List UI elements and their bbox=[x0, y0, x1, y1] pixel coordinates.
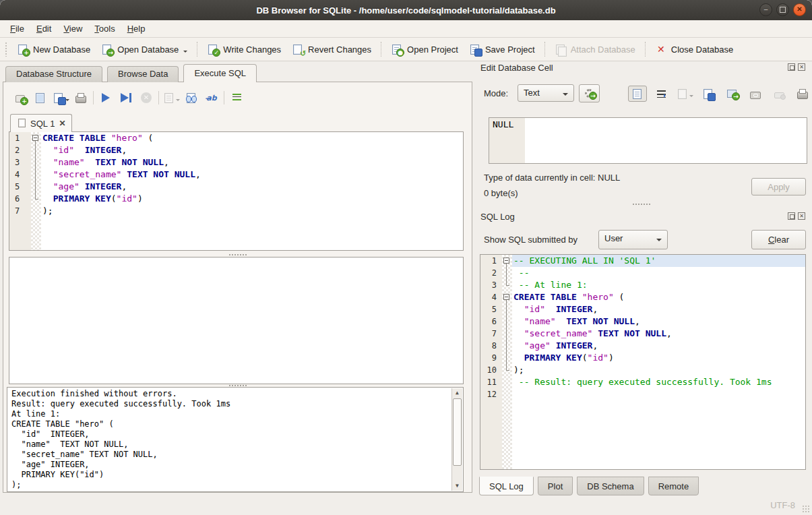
menu-file[interactable]: File bbox=[4, 22, 30, 36]
attach-database-label: Attach Database bbox=[571, 44, 635, 55]
execute-all-button[interactable] bbox=[96, 89, 116, 107]
stop-execution-button: ✕ bbox=[136, 89, 156, 107]
dock-tab-remote[interactable]: Remote bbox=[648, 477, 699, 495]
revert-changes-button[interactable]: ↺ Revert Changes bbox=[286, 41, 377, 58]
app-window: DB Browser for SQLite - /home/user/code/… bbox=[0, 0, 812, 515]
attach-database-icon bbox=[555, 44, 567, 55]
sql-log-view[interactable]: 1-- EXECUTING ALL IN 'SQL 1'2 --3 -- At … bbox=[480, 254, 806, 470]
print-cell-button[interactable] bbox=[793, 86, 812, 102]
maximize-button[interactable] bbox=[776, 3, 789, 16]
toolbar-separator bbox=[645, 42, 646, 57]
gear-arrow-icon: → bbox=[589, 92, 597, 100]
resize-grip[interactable] bbox=[802, 505, 810, 513]
menubar: File Edit View Tools Help bbox=[0, 20, 812, 38]
scrollbar-thumb[interactable] bbox=[453, 398, 462, 466]
new-database-icon: + bbox=[17, 44, 29, 55]
code-line: 6 "name" TEXT NOT NULL, bbox=[480, 315, 805, 328]
import-data-button bbox=[675, 86, 694, 102]
sql-log-filter-label: Show SQL submitted by bbox=[484, 235, 577, 245]
import-dropdown-caret bbox=[689, 95, 693, 99]
dock-tab-plot[interactable]: Plot bbox=[538, 477, 573, 495]
toolbar-drag-handle[interactable] bbox=[5, 42, 8, 57]
scroll-up-icon[interactable]: ▲ bbox=[452, 388, 462, 398]
close-panel-icon[interactable]: ✕ bbox=[798, 63, 805, 71]
cell-settings-button[interactable]: → bbox=[579, 84, 600, 102]
mode-label: Mode: bbox=[484, 88, 508, 98]
sql-log-dock-icons: ✕ bbox=[788, 212, 805, 220]
write-changes-button[interactable]: ✓ Write Changes bbox=[201, 41, 286, 58]
sql-toolbar: + ✕ a̶b bbox=[10, 88, 247, 107]
toolbar-separator bbox=[197, 42, 197, 57]
cell-mode-select[interactable]: Text bbox=[518, 84, 574, 102]
sql-file-tab[interactable]: SQL 1 ✕ bbox=[10, 114, 72, 132]
execution-message-log[interactable]: Execution finished without errors. Resul… bbox=[7, 387, 464, 492]
cell-editor-toolbar: → bbox=[628, 86, 812, 102]
close-database-button[interactable]: ✕ Close Database bbox=[650, 41, 739, 58]
window-title: DB Browser for SQLite - /home/user/code/… bbox=[256, 5, 555, 16]
open-database-button[interactable]: → Open Database bbox=[96, 41, 193, 58]
minimize-button[interactable]: – bbox=[759, 3, 772, 16]
find-icon bbox=[185, 92, 197, 104]
tab-database-structure[interactable]: Database Structure bbox=[5, 66, 102, 82]
word-wrap-button[interactable] bbox=[652, 86, 670, 102]
sql-toolbar-separator bbox=[224, 91, 224, 104]
open-database-label: Open Database bbox=[117, 44, 179, 55]
dock-tab-db-schema[interactable]: DB Schema bbox=[577, 477, 644, 495]
code-line: 7); bbox=[9, 205, 463, 217]
set-null-icon bbox=[774, 92, 784, 98]
main-tabbar: Database Structure Browse Data Execute S… bbox=[5, 64, 261, 82]
window-controls: – ✕ bbox=[759, 3, 806, 16]
sql-editor[interactable]: 1CREATE TABLE "hero" (2 "id" INTEGER,3 "… bbox=[9, 131, 464, 251]
execute-current-line-button[interactable] bbox=[116, 89, 136, 107]
sql-log-filter-select[interactable]: User bbox=[598, 230, 668, 249]
menu-tools[interactable]: Tools bbox=[88, 22, 121, 36]
code-line: 4 "secret_name" TEXT NOT NULL, bbox=[9, 169, 463, 181]
menu-view[interactable]: View bbox=[57, 22, 88, 36]
save-sql-file-button[interactable] bbox=[51, 89, 71, 107]
code-line: 1-- EXECUTING ALL IN 'SQL 1' bbox=[480, 255, 805, 267]
open-external-button[interactable]: → bbox=[722, 86, 741, 102]
scroll-down-icon[interactable]: ▼ bbox=[452, 481, 462, 491]
menu-help[interactable]: Help bbox=[121, 22, 152, 36]
text-mode-button[interactable] bbox=[628, 86, 647, 102]
clear-log-button[interactable]: Clear bbox=[751, 230, 806, 249]
export-data-button[interactable] bbox=[699, 86, 718, 102]
sql-tab-close-icon[interactable]: ✕ bbox=[59, 119, 65, 128]
sql-toolbar-separator bbox=[158, 91, 159, 104]
float-panel-icon[interactable] bbox=[788, 63, 795, 71]
format-sql-button[interactable] bbox=[226, 89, 247, 107]
save-project-button[interactable]: Save Project bbox=[464, 41, 540, 58]
code-line: 3 "name" TEXT NOT NULL, bbox=[9, 156, 463, 169]
titlebar[interactable]: DB Browser for SQLite - /home/user/code/… bbox=[0, 0, 812, 20]
open-database-dropdown-caret[interactable] bbox=[183, 51, 187, 55]
new-database-button[interactable]: + New Database bbox=[11, 41, 96, 58]
dock-tab-sql-log[interactable]: SQL Log bbox=[479, 477, 534, 495]
find-replace-button[interactable]: a̶b bbox=[201, 89, 222, 107]
tab-execute-sql[interactable]: Execute SQL bbox=[183, 64, 257, 82]
new-sql-tab-button[interactable]: + bbox=[10, 89, 30, 107]
code-line: 9 PRIMARY KEY("id") bbox=[480, 352, 805, 364]
open-sql-file-button[interactable] bbox=[30, 89, 51, 107]
close-button[interactable]: ✕ bbox=[793, 3, 806, 16]
close-panel-icon[interactable]: ✕ bbox=[798, 212, 805, 220]
close-database-icon: ✕ bbox=[655, 44, 667, 55]
cell-value-editor[interactable]: NULL bbox=[489, 117, 807, 164]
sql-toolbar-separator bbox=[93, 91, 94, 104]
splitter-handle[interactable] bbox=[632, 203, 651, 206]
tab-browse-data[interactable]: Browse Data bbox=[107, 66, 179, 82]
execute-all-icon bbox=[102, 93, 110, 102]
encoding-indicator: UTF-8 bbox=[770, 500, 795, 510]
replace-icon: a̶b bbox=[206, 94, 216, 102]
word-wrap-icon bbox=[657, 90, 666, 98]
open-project-button[interactable]: ● Open Project bbox=[385, 41, 464, 58]
copy-link-button[interactable] bbox=[746, 86, 765, 102]
open-sql-file-icon bbox=[34, 92, 46, 104]
float-panel-icon[interactable] bbox=[788, 212, 795, 220]
text-document-icon bbox=[631, 88, 644, 100]
find-button[interactable] bbox=[181, 89, 201, 107]
menu-edit[interactable]: Edit bbox=[30, 22, 57, 36]
print-sql-button[interactable] bbox=[71, 89, 91, 107]
print-icon bbox=[75, 96, 86, 103]
open-database-icon: → bbox=[101, 44, 113, 55]
message-log-scrollbar[interactable]: ▲ ▼ bbox=[451, 388, 462, 491]
